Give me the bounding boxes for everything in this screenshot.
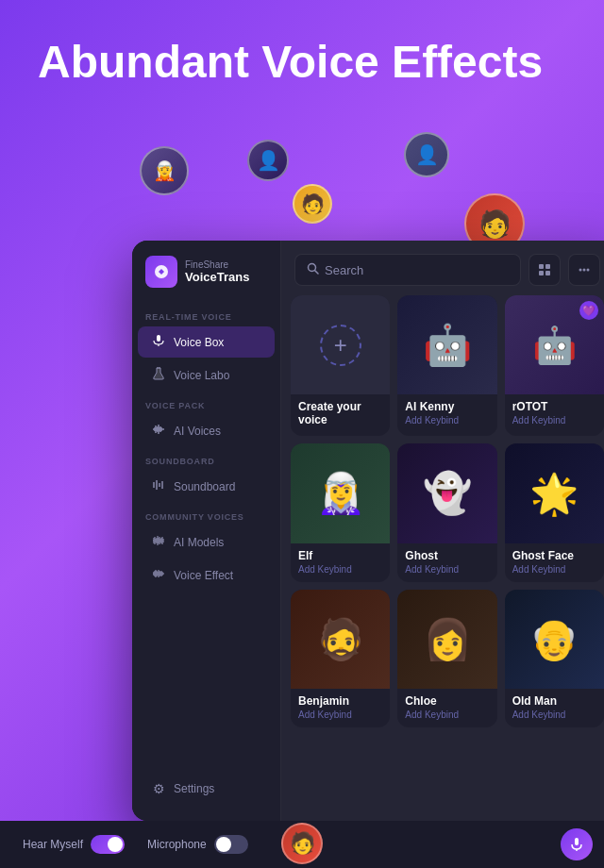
settings-label: Settings [174, 782, 214, 795]
search-input[interactable]: Search [325, 263, 509, 277]
search-icon [307, 261, 319, 278]
svg-rect-48 [545, 264, 550, 269]
sidebar-item-ai-voices[interactable]: AI Voices [138, 415, 275, 446]
sidebar-item-voice-labo[interactable]: Voice Labo [138, 359, 275, 391]
rotot-keybind: Add Keybind [512, 415, 596, 426]
create-voice-name: Create your voice [298, 400, 382, 426]
header-area: Abundant Voice Effects [0, 0, 604, 88]
brand-line2: VoiceTrans [185, 270, 249, 284]
voice-labo-label: Voice Labo [174, 369, 229, 382]
svg-point-52 [583, 269, 586, 272]
settings-item[interactable]: ⚙ Settings [138, 774, 275, 804]
chloe-name: Chloe [405, 694, 489, 708]
section-realtime-label: REAL-TIME VOICE [132, 303, 280, 326]
voice-card-chloe[interactable]: 👩 Chloe Add Keybind [397, 590, 496, 727]
svg-line-46 [315, 271, 319, 275]
microphone-icon [151, 334, 166, 350]
user-avatar: 🧑 [281, 823, 323, 864]
hear-myself-label: Hear Myself [23, 838, 83, 851]
ghostface-keybind: Add Keybind [512, 564, 596, 575]
section-voicepack-label: VOICE PACK [132, 392, 280, 414]
chloe-keybind: Add Keybind [405, 709, 489, 720]
svg-rect-50 [545, 271, 550, 275]
mic-button[interactable] [561, 828, 593, 860]
ghost-name: Ghost [405, 549, 489, 562]
hear-myself-toggle[interactable] [91, 835, 125, 854]
waveform-icon [151, 423, 166, 439]
section-soundboard-label: SOUNDBOARD [132, 447, 280, 470]
more-button[interactable] [568, 254, 600, 286]
toggle-knob [108, 837, 123, 852]
microphone-label: Microphone [147, 838, 207, 851]
benjamin-keybind: Add Keybind [298, 709, 382, 720]
microphone-knob [216, 837, 231, 852]
main-toolbar: Search [281, 241, 604, 295]
page-title: Abundant Voice Effects [38, 38, 566, 88]
sidebar-item-soundboard[interactable]: Soundboard [138, 471, 275, 502]
soundboard-label: Soundboard [174, 480, 235, 493]
svg-rect-49 [539, 271, 544, 275]
svg-rect-54 [575, 838, 579, 845]
sidebar-item-voice-effect[interactable]: Voice Effect [138, 559, 275, 591]
voice-card-old-man[interactable]: 👴 Old Man Add Keybind [505, 590, 604, 727]
elf-keybind: Add Keybind [298, 564, 382, 575]
svg-point-53 [587, 269, 590, 272]
bottom-bar: Hear Myself Microphone 🧑 [0, 821, 604, 868]
sidebar-item-ai-models[interactable]: AI Models [138, 526, 275, 558]
soundboard-icon [151, 478, 166, 494]
svg-rect-1 [157, 335, 160, 342]
svg-point-51 [579, 269, 582, 272]
svg-rect-47 [539, 264, 544, 269]
ai-models-icon [151, 534, 166, 550]
app-window: FineShare VoiceTrans REAL-TIME VOICE Voi… [132, 241, 604, 821]
grid-view-button[interactable] [528, 254, 561, 286]
ghostface-name: Ghost Face [512, 549, 596, 562]
benjamin-name: Benjamin [298, 694, 382, 708]
voice-effect-label: Voice Effect [174, 569, 233, 582]
hear-myself-group: Hear Myself [23, 835, 125, 854]
voice-card-create[interactable]: + Create your voice [291, 295, 390, 436]
voice-card-rotot[interactable]: 🤖 💜 rOTOT Add Keybind [505, 295, 604, 436]
voice-card-ghost[interactable]: 👻 Ghost Add Keybind [397, 443, 496, 581]
section-community-label: COMMUNITY VOICES [132, 503, 280, 526]
oldman-keybind: Add Keybind [512, 709, 596, 720]
brand-line1: FineShare [185, 259, 249, 270]
ai-voices-label: AI Voices [174, 425, 221, 438]
microphone-toggle[interactable] [214, 835, 248, 854]
beaker-icon [151, 367, 166, 383]
voice-card-ai-kenny[interactable]: 🤖 AI Kenny Add Keybind [397, 295, 496, 436]
ai-models-label: AI Models [174, 536, 224, 549]
voice-card-ghost-face[interactable]: 🌟 Ghost Face Add Keybind [505, 443, 604, 581]
gear-icon: ⚙ [151, 781, 166, 796]
microphone-group: Microphone [147, 835, 248, 854]
ghost-keybind: Add Keybind [405, 564, 489, 575]
voice-card-benjamin[interactable]: 🧔 Benjamin Add Keybind [291, 590, 390, 727]
elf-name: Elf [298, 549, 382, 562]
kenny-name: AI Kenny [405, 400, 489, 413]
sidebar-logo: FineShare VoiceTrans [132, 256, 280, 303]
sidebar: FineShare VoiceTrans REAL-TIME VOICE Voi… [132, 241, 281, 821]
voice-effect-icon [151, 567, 166, 583]
rotot-name: rOTOT [512, 400, 596, 413]
kenny-keybind: Add Keybind [405, 415, 489, 426]
logo-icon [145, 256, 177, 288]
create-plus-icon: + [320, 325, 361, 366]
oldman-name: Old Man [512, 694, 596, 708]
voice-card-elf[interactable]: 🧝‍♀️ Elf Add Keybind [291, 443, 390, 581]
voice-box-label: Voice Box [174, 336, 224, 349]
main-content: Search [281, 241, 604, 821]
sidebar-item-voice-box[interactable]: Voice Box [138, 326, 275, 358]
search-box[interactable]: Search [294, 254, 521, 286]
liked-badge: 💜 [579, 301, 598, 320]
voice-grid: + Create your voice 🤖 AI Kenny Add Keybi… [281, 295, 604, 821]
